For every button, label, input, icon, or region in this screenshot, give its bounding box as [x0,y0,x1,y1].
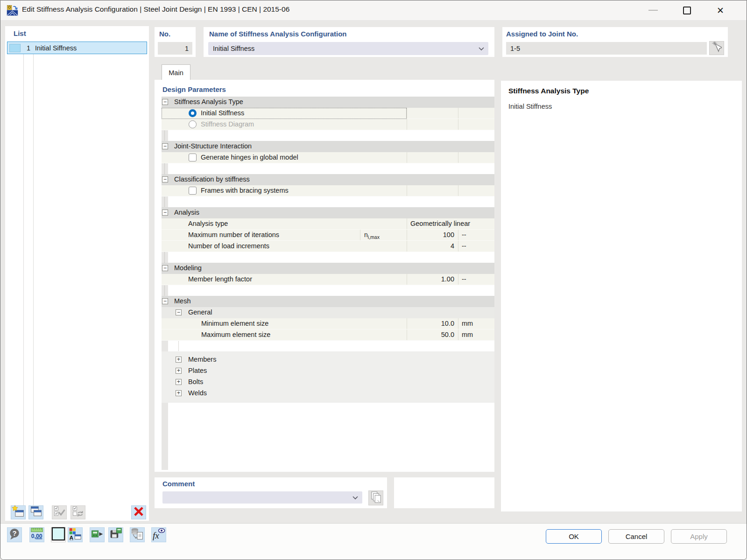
info-panel: Stiffness Analysis Type Initial Stiffnes… [501,81,742,511]
import-config-button[interactable] [90,527,105,542]
name-combobox[interactable]: Initial Siffness [208,42,488,55]
color-swatch-button[interactable] [51,527,66,542]
parameter-unit: -- [458,274,494,285]
tab-main[interactable]: Main [162,64,190,80]
section-label: Classification by stiffness [174,175,250,183]
expand-icon[interactable]: + [176,368,182,374]
close-button[interactable]: ✕ [706,0,734,20]
collapse-icon[interactable]: − [176,309,182,315]
collapse-icon[interactable]: − [162,265,168,271]
tree-spacer [162,341,494,351]
assigned-input[interactable]: 1-5 [506,42,707,55]
checkbox-unchecked-icon[interactable] [189,187,197,195]
tree-section-modeling[interactable]: −Modeling [162,263,494,274]
parameter-unit [458,119,494,130]
help-button[interactable]: ? [7,527,22,542]
focus-outline [162,108,407,119]
minimize-icon [648,10,658,11]
bottom-bar: ?0,00Afx OKCancelApply [0,523,747,560]
section-label: Analysis [174,209,199,216]
maximize-button[interactable] [673,0,701,20]
check-sync-button [70,505,85,519]
tree-row-collapsed[interactable]: +Plates [162,365,494,377]
tree-row-collapsed[interactable]: +Welds [162,388,494,399]
new-window-icon [12,505,25,520]
parameter-value[interactable]: 1.00 [407,274,458,285]
number-input[interactable]: 1 [158,42,192,55]
checkbox-row[interactable]: Generate hinges in global model [162,152,494,163]
new-item-button[interactable] [11,505,26,519]
tree-section-joint-structure-interaction[interactable]: −Joint-Structure Interaction [162,141,494,152]
import-block-icon [91,527,104,542]
checkbox-unchecked-icon[interactable] [189,154,197,161]
tree-spacer [162,285,494,296]
parameters-tree: −Stiffness Analysis TypeInitial Stiffnes… [162,97,494,470]
info-panel-title: Stiffness Analysis Type [508,87,589,95]
tree-section-mesh[interactable]: −Mesh [162,296,494,307]
formula-visibility-button[interactable]: fx [151,527,166,542]
save-config-button[interactable] [108,527,123,542]
section-label: Modeling [174,264,202,272]
radio-row[interactable]: Initial Stiffness [162,108,494,119]
tree-subsection-general[interactable]: −General [162,307,494,318]
collapse-icon[interactable]: − [162,143,168,149]
parameter-value[interactable]: Geometrically linear [407,218,494,229]
tree-section-classification-by-stiffness[interactable]: −Classification by stiffness [162,174,494,185]
design-parameters-panel: Design Parameters −Stiffness Analysis Ty… [155,80,494,472]
checkbox-label: Frames with bracing systems [201,187,289,194]
tree-row-collapsed[interactable]: +Bolts [162,377,494,388]
parameter-row[interactable]: Maximum element size50.0mm [162,329,494,341]
tree-row-collapsed[interactable]: +Members [162,354,494,365]
collapse-icon[interactable]: − [162,99,168,105]
save-block-icon [109,527,122,542]
ok-button[interactable]: OK [546,529,602,544]
tree-row-label: Welds [188,389,207,397]
svg-text:?: ? [12,530,16,537]
parameter-value[interactable]: 100 [407,230,458,240]
comment-combobox[interactable] [162,491,362,504]
parameter-row[interactable]: Analysis typeGeometrically linear [162,218,494,230]
parameter-row[interactable]: Number of load increments4-- [162,241,494,252]
radio-row[interactable]: Stiffness Diagram [162,119,494,130]
parameter-unit [458,185,494,196]
mesh-collapsed-group: +Members+Plates+Bolts+Welds [162,351,494,403]
expand-icon[interactable]: + [176,390,182,396]
configuration-list: 1Initial Siffness [7,42,147,54]
parameter-value[interactable]: 4 [407,241,458,252]
collapse-icon[interactable]: − [162,298,168,304]
units-settings-button[interactable]: 0,00 [29,527,44,542]
titlebar: Edit Stiffness Analysis Configuration | … [0,0,747,20]
collapse-icon[interactable]: − [162,210,168,216]
expand-icon[interactable]: + [176,379,182,385]
delete-x-icon [133,505,145,519]
delete-item-button[interactable] [131,505,146,519]
expand-icon[interactable]: + [176,357,182,363]
collapse-icon[interactable]: − [162,176,168,182]
tree-section-stiffness-analysis-type[interactable]: −Stiffness Analysis Type [162,97,494,108]
pick-joints-button[interactable] [709,41,724,55]
parameter-row[interactable]: Maximum number of iterationsni,max100-- [162,230,494,241]
copy-item-button[interactable] [28,505,43,519]
list-column-divider [33,42,34,518]
number-label: No. [159,30,170,38]
display-options-button[interactable]: A [68,527,83,542]
copy-comment-button[interactable] [368,490,383,505]
parameter-value[interactable]: 10.0 [407,318,458,329]
radio-unselected-icon[interactable] [189,120,197,128]
list-toolbar [5,505,149,520]
database-button[interactable] [130,527,145,542]
parameter-row[interactable]: Minimum element size10.0mm [162,318,494,329]
parameter-label: Member length factor [188,275,252,283]
checkbox-row[interactable]: Frames with bracing systems [162,185,494,196]
assigned-label: Assigned to Joint No. [506,30,578,38]
minimize-button[interactable] [639,0,667,20]
parameter-label: Maximum number of iterations [188,231,279,238]
cancel-button[interactable]: Cancel [608,529,664,544]
svg-text:fx: fx [153,531,159,540]
list-item[interactable]: 1Initial Siffness [7,42,147,54]
window-title: Edit Stiffness Analysis Configuration | … [22,5,289,14]
parameter-value[interactable]: 50.0 [407,329,458,340]
tree-section-analysis[interactable]: −Analysis [162,207,494,218]
parameter-row[interactable]: Member length factor1.00-- [162,274,494,285]
tree-spacer [162,163,494,174]
